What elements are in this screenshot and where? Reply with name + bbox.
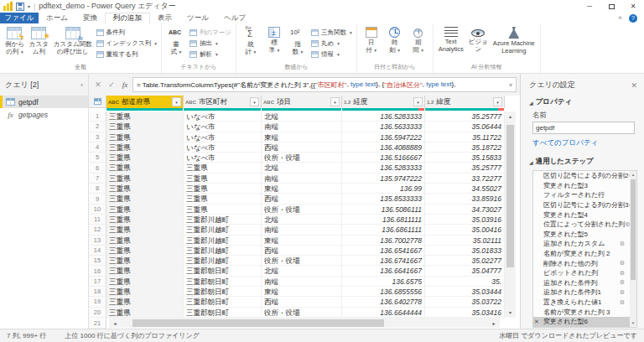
applied-step-区切り記号による列の分割2[interactable]: 区切り記号による列の分割2⚙ — [533, 171, 636, 181]
query-name-input[interactable] — [532, 122, 635, 134]
tab-ヘルプ[interactable]: ヘルプ — [216, 13, 253, 23]
close-button[interactable]: ✕ — [622, 0, 644, 13]
close-settings-icon[interactable]: ✕ — [631, 81, 637, 90]
ribbon-button-column-from-examples[interactable]: 例から の列 ▾ — [3, 25, 27, 55]
ribbon-button-statistics[interactable]: 統 計 ▾ — [239, 25, 262, 55]
applied-step-置き換えられた値1[interactable]: 置き換えられた値1⚙ — [533, 298, 636, 308]
column-header-経度[interactable]: 1.2経度▾ — [342, 96, 425, 108]
tab-file[interactable]: ファイル — [0, 13, 39, 23]
table-row: 6三重県三重県北端136.528333335.25777 — [89, 163, 505, 173]
applied-step-区切り記号による列の分割3[interactable]: 区切り記号による列の分割3⚙ — [533, 200, 636, 210]
horizontal-scrollbar[interactable]: ◂ ▸ — [109, 318, 500, 328]
applied-step-フィルターされた行[interactable]: フィルターされた行 — [533, 190, 636, 200]
filter-dropdown-icon[interactable]: ▾ — [413, 97, 423, 106]
step-settings-gear-icon[interactable]: ⚙ — [620, 289, 626, 296]
filter-dropdown-icon[interactable]: ▾ — [330, 97, 340, 106]
column-header-市区町村[interactable]: ABC市区町村▾ — [184, 96, 262, 108]
applied-steps-section-header[interactable]: ◢ 適用したステップ — [521, 150, 644, 168]
applied-step-変更された型4[interactable]: 変更された型4 — [533, 210, 636, 220]
scroll-right-icon[interactable]: ▸ — [488, 320, 500, 326]
maximize-button[interactable] — [600, 0, 622, 13]
ribbon-button-text-analytics[interactable]: Text Analytics — [436, 25, 466, 53]
tab-表示[interactable]: 表示 — [150, 13, 179, 23]
scroll-down-icon[interactable]: ▾ — [505, 308, 516, 318]
applied-step-削除された他の列[interactable]: 削除された他の列⚙ — [533, 258, 636, 268]
formula-accept-icon[interactable]: ✓ — [106, 80, 117, 89]
ribbon-button-conditional-column[interactable]: 条件列 — [96, 28, 157, 38]
filter-dropdown-icon[interactable]: ▾ — [172, 97, 181, 106]
ribbon-button-index-column[interactable]: インデックス列▾ — [96, 39, 157, 49]
tab-ホーム[interactable]: ホーム — [39, 13, 75, 23]
ribbon-button-extract[interactable]: 抽出▾ — [190, 39, 231, 49]
table-cell: 136.5166667 — [342, 153, 425, 163]
step-settings-gear-icon[interactable]: ⚙ — [620, 299, 626, 306]
save-icon[interactable] — [16, 3, 24, 11]
vertical-scrollbar[interactable]: ▴ ▾ — [505, 111, 516, 318]
steps-scrollbar[interactable]: ▴ ▾ — [630, 171, 636, 327]
column-header-都道府県[interactable]: ABC都道府県▾ — [106, 96, 184, 108]
filter-dropdown-icon[interactable]: ▾ — [250, 97, 259, 106]
vertical-scrollbar-thumb[interactable] — [506, 125, 514, 267]
ribbon-button-information[interactable]: 情報▾ — [311, 49, 352, 60]
applied-step-名前が変更された列 2[interactable]: 名前が変更された列 2 — [533, 249, 636, 259]
collapse-queries-pane-icon[interactable]: ‹ — [80, 81, 83, 89]
help-icon[interactable]: ? — [629, 14, 637, 23]
applied-step-変更された型6[interactable]: ✕変更された型6 — [533, 317, 636, 327]
scroll-up-icon[interactable]: ▴ — [630, 171, 636, 179]
tab-列の追加[interactable]: 列の追加 — [105, 13, 150, 23]
ribbon-button-format[interactable]: 書 式 ▾ — [164, 25, 188, 55]
scroll-left-icon[interactable]: ◂ — [109, 320, 121, 326]
horizontal-scrollbar-thumb[interactable] — [132, 319, 384, 327]
ribbon-button-vision[interactable]: ビジョ ン — [466, 25, 491, 53]
ribbon-button-invoke-custom-function[interactable]: カスタム関数 の呼び出し — [51, 25, 95, 55]
applied-step-位置によって分割された列[interactable]: 位置によって分割された列⚙ — [533, 220, 636, 230]
ribbon-button-duplicate-column[interactable]: 重複する列 — [96, 49, 157, 60]
query-item-getpdf[interactable]: getpdf — [0, 96, 88, 108]
filter-dropdown-icon[interactable]: ▾ — [493, 97, 502, 106]
step-settings-gear-icon[interactable]: ⚙ — [620, 279, 626, 286]
applied-step-変更された型5[interactable]: 変更された型5 — [533, 230, 636, 240]
horizontal-scrollbar-track[interactable] — [121, 318, 488, 328]
step-settings-gear-icon[interactable]: ⚙ — [620, 260, 626, 267]
table-cell: 役所・役場 — [262, 153, 342, 163]
collapse-ribbon-icon[interactable]: ˄ — [618, 14, 622, 22]
formula-expand-icon[interactable]: ˅ — [506, 82, 512, 88]
scroll-down-icon[interactable]: ▾ — [630, 319, 636, 327]
ribbon-button-custom-column[interactable]: カスタ ム列 — [27, 25, 51, 55]
delete-step-icon[interactable]: ✕ — [534, 319, 539, 325]
ribbon-button-standard[interactable]: 標 準 ▾ — [262, 25, 286, 54]
step-settings-gear-icon[interactable]: ⚙ — [620, 270, 626, 277]
formula-input[interactable]: = Table.TransformColumnTypes(#"名前が変更された列… — [132, 77, 517, 92]
formula-cancel-icon[interactable]: ✕ — [92, 80, 104, 89]
ribbon-button-merge-columns[interactable]: 列のマージ — [190, 28, 231, 38]
step-settings-gear-icon[interactable]: ⚙ — [620, 241, 626, 247]
applied-step-追加された条件列1[interactable]: 追加された条件列1⚙ — [533, 288, 636, 298]
steps-scrollbar-thumb[interactable] — [631, 179, 636, 280]
ribbon-button-time[interactable]: 時 刻 ▾ — [383, 25, 407, 54]
tab-ツール[interactable]: ツール — [179, 13, 216, 23]
ribbon-button-parse[interactable]: 解析▾ — [190, 49, 231, 60]
applied-step-追加されたカスタム[interactable]: 追加されたカスタム⚙ — [533, 239, 636, 249]
column-header-緯度[interactable]: 1.2緯度▾ — [425, 96, 505, 108]
all-properties-link[interactable]: すべてのプロパティ — [521, 134, 644, 150]
query-item-getpages[interactable]: fxgetpages — [0, 108, 88, 121]
quick-access-dropdown-icon[interactable]: ▾ — [28, 3, 30, 9]
ribbon-button-rounding[interactable]: 丸め▾ — [311, 39, 352, 49]
tab-変換[interactable]: 変換 — [75, 13, 105, 23]
ribbon-button-duration[interactable]: 期 間 ▾ — [407, 25, 430, 54]
ribbon-button-azure-ml[interactable]: Azure Machine Learning — [491, 25, 538, 54]
ribbon-button-scientific[interactable]: 指 数 ▾ — [286, 25, 309, 55]
applied-step-変更された型3[interactable]: 変更された型3 — [533, 181, 636, 191]
table-cell: 三重県 — [106, 215, 184, 225]
dropdown-caret-icon: ▾ — [178, 49, 181, 54]
grid-corner-cell[interactable] — [89, 96, 106, 108]
minimize-button[interactable]: ─ — [579, 0, 600, 13]
scroll-up-icon[interactable]: ▴ — [505, 111, 516, 122]
ribbon-button-date[interactable]: 日 付 ▾ — [360, 25, 383, 54]
column-header-項目[interactable]: ABC項目▾ — [262, 96, 342, 108]
applied-step-ピボットされた列[interactable]: ピボットされた列⚙ — [533, 268, 636, 278]
applied-step-追加された条件列[interactable]: 追加された条件列⚙ — [533, 278, 636, 288]
applied-step-名前が変更された列 3[interactable]: 名前が変更された列 3 — [533, 307, 636, 317]
ribbon-button-trigonometry[interactable]: 三角関数▾ — [311, 28, 352, 38]
properties-section-header[interactable]: ◢ プロパティ — [521, 94, 644, 109]
